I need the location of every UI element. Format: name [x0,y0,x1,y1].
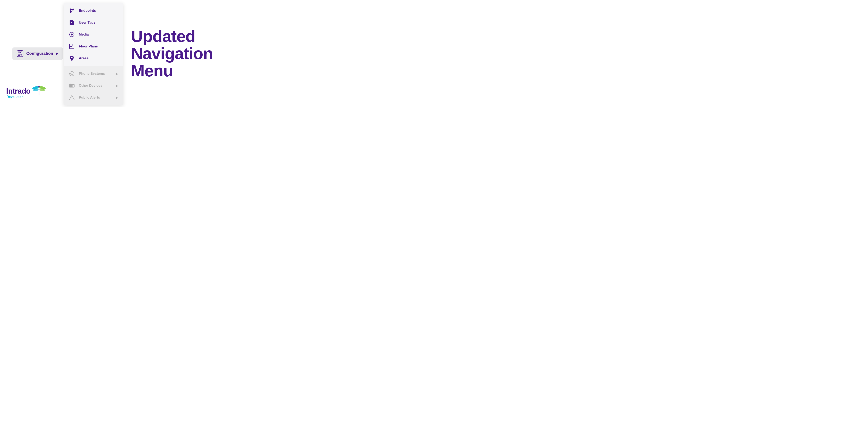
heading-area: Updated Navigation Menu [131,28,213,80]
config-label: Configuration [26,51,53,56]
other-devices-icon [68,82,75,89]
media-icon [68,31,75,38]
dragonfly-icon [32,85,46,96]
menu-item-areas[interactable]: Areas [64,52,123,64]
svg-rect-31 [71,85,72,86]
public-alerts-label: Public Alerts [79,95,100,100]
other-devices-chevron: ▶ [116,84,118,87]
phone-systems-icon [68,70,75,77]
svg-rect-34 [71,86,72,87]
svg-rect-7 [21,52,22,53]
configuration-icon [17,50,23,57]
heading-line1: Updated [131,28,213,45]
menu-item-media[interactable]: Media [64,29,123,40]
svg-point-19 [71,22,72,23]
areas-icon [68,55,75,62]
public-alerts-icon [68,94,75,101]
menu-item-user-tags[interactable]: User Tags [64,17,123,29]
heading-line3: Menu [131,62,213,80]
svg-rect-33 [70,86,71,87]
svg-point-11 [72,9,74,10]
phone-systems-chevron: ▶ [116,72,118,75]
other-devices-label: Other Devices [79,84,102,88]
svg-marker-18 [70,20,74,25]
svg-point-13 [70,11,72,13]
user-tags-label: User Tags [79,21,95,25]
heading-text: Updated Navigation Menu [131,28,213,80]
menu-item-endpoints[interactable]: Endpoints [64,5,123,17]
menu-section-bottom: Phone Systems ▶ Other Devices ▶ [64,66,123,105]
public-alerts-chevron: ▶ [116,96,118,99]
svg-rect-35 [72,86,73,87]
svg-point-27 [71,61,73,61]
svg-rect-6 [18,52,20,53]
svg-point-28 [70,71,74,76]
logo-revolution: Revolution [6,95,24,99]
endpoints-icon [68,7,75,14]
areas-label: Areas [79,56,89,60]
svg-point-26 [71,57,73,58]
media-label: Media [79,32,89,36]
svg-rect-30 [70,85,71,86]
config-chevron: ▶ [56,52,59,56]
logo-area: Intrado Revolution [6,86,46,99]
svg-rect-8 [18,54,20,56]
phone-systems-label: Phone Systems [79,72,105,76]
configuration-button[interactable]: Configuration ▶ [12,48,63,60]
svg-point-40 [72,99,72,100]
endpoints-label: Endpoints [79,9,96,13]
svg-rect-29 [69,84,74,87]
menu-item-public-alerts[interactable]: Public Alerts ▶ [64,92,123,103]
svg-line-16 [71,10,72,12]
user-tags-icon [68,19,75,26]
logo-brand: Intrado [6,86,46,96]
logo-text: Intrado [6,87,31,95]
menu-item-phone-systems[interactable]: Phone Systems ▶ [64,68,123,80]
menu-item-floor-plans[interactable]: Floor Plans [64,40,123,52]
heading-line2: Navigation [131,45,213,62]
dropdown-menu: Endpoints User Tags [64,3,123,105]
svg-rect-32 [72,85,73,86]
menu-section-top: Endpoints User Tags [64,3,123,66]
floor-plans-icon [68,43,75,50]
floor-plans-label: Floor Plans [79,44,98,49]
svg-marker-21 [71,33,73,35]
svg-point-12 [70,9,72,10]
menu-item-other-devices[interactable]: Other Devices ▶ [64,80,123,92]
